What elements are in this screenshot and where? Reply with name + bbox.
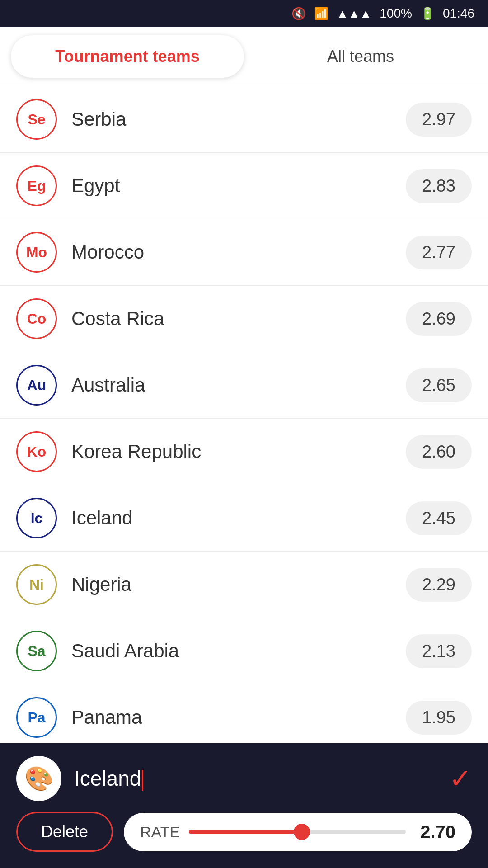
rate-value: 2.70	[415, 822, 455, 842]
team-row[interactable]: AuAustralia2.65	[0, 352, 488, 419]
team-name: Australia	[71, 374, 391, 396]
clock: 01:46	[443, 6, 474, 21]
delete-button[interactable]: Delete	[16, 812, 113, 852]
team-name: Saudi Arabia	[71, 640, 391, 662]
text-cursor	[142, 770, 143, 791]
team-avatar: Ni	[16, 564, 57, 605]
team-row[interactable]: EgEgypt2.83	[0, 153, 488, 219]
team-rate: 2.13	[406, 634, 472, 668]
team-name: Morocco	[71, 241, 391, 263]
battery-icon: 🔋	[420, 7, 435, 21]
team-row[interactable]: NiNigeria2.29	[0, 552, 488, 618]
signal-icon: ▲▲▲	[337, 7, 371, 21]
confirm-icon[interactable]: ✓	[449, 763, 472, 794]
team-row[interactable]: CoCosta Rica2.69	[0, 286, 488, 352]
team-rate: 2.29	[406, 568, 472, 602]
team-name: Costa Rica	[71, 308, 391, 330]
team-rate: 2.65	[406, 368, 472, 402]
team-name: Nigeria	[71, 574, 391, 595]
team-name: Serbia	[71, 108, 391, 130]
team-name: Iceland	[71, 507, 391, 529]
team-name: Panama	[71, 707, 391, 728]
team-avatar: Mo	[16, 232, 57, 273]
team-avatar: Sa	[16, 631, 57, 671]
team-row[interactable]: SaSaudi Arabia2.13	[0, 618, 488, 684]
team-row[interactable]: KoKorea Republic2.60	[0, 419, 488, 485]
team-avatar: Pa	[16, 697, 57, 738]
tab-bar: Tournament teams All teams	[0, 27, 488, 86]
team-row[interactable]: MoMorocco2.77	[0, 219, 488, 286]
rate-label: RATE	[140, 823, 180, 841]
team-avatar: Se	[16, 99, 57, 140]
team-row[interactable]: PaPanama1.95	[0, 684, 488, 751]
team-rate: 2.97	[406, 103, 472, 137]
tab-tournament[interactable]: Tournament teams	[11, 35, 244, 78]
battery-percentage: 100%	[380, 6, 412, 21]
team-rate: 2.69	[406, 302, 472, 336]
selected-team-name: Iceland	[74, 766, 436, 791]
tab-all[interactable]: All teams	[244, 35, 477, 78]
team-rate: 2.60	[406, 435, 472, 469]
slider-thumb[interactable]	[294, 824, 310, 840]
team-row[interactable]: IcIceland2.45	[0, 485, 488, 552]
wifi-icon: 📶	[314, 7, 328, 21]
status-bar: 🔇 📶 ▲▲▲ 100% 🔋 01:46	[0, 0, 488, 27]
team-avatar: Eg	[16, 165, 57, 206]
rate-container: RATE 2.70	[124, 813, 472, 851]
team-list: SeSerbia2.97EgEgypt2.83MoMorocco2.77CoCo…	[0, 86, 488, 751]
mute-icon: 🔇	[291, 7, 306, 21]
team-avatar: Ic	[16, 498, 57, 538]
team-avatar: Au	[16, 365, 57, 406]
team-rate: 2.77	[406, 236, 472, 269]
team-rate: 1.95	[406, 701, 472, 735]
slider-fill	[189, 830, 301, 834]
rate-slider[interactable]	[189, 829, 406, 835]
palette-icon: 🎨	[24, 765, 54, 793]
team-avatar: Co	[16, 298, 57, 339]
team-rate: 2.83	[406, 169, 472, 203]
team-avatar: Ko	[16, 431, 57, 472]
team-row[interactable]: SeSerbia2.97	[0, 86, 488, 153]
palette-icon-wrap: 🎨	[16, 756, 61, 801]
team-name: Egypt	[71, 175, 391, 197]
bottom-bar: 🎨 Iceland ✓ Delete RATE 2.70	[0, 743, 488, 868]
team-name: Korea Republic	[71, 441, 391, 462]
team-rate: 2.45	[406, 501, 472, 535]
